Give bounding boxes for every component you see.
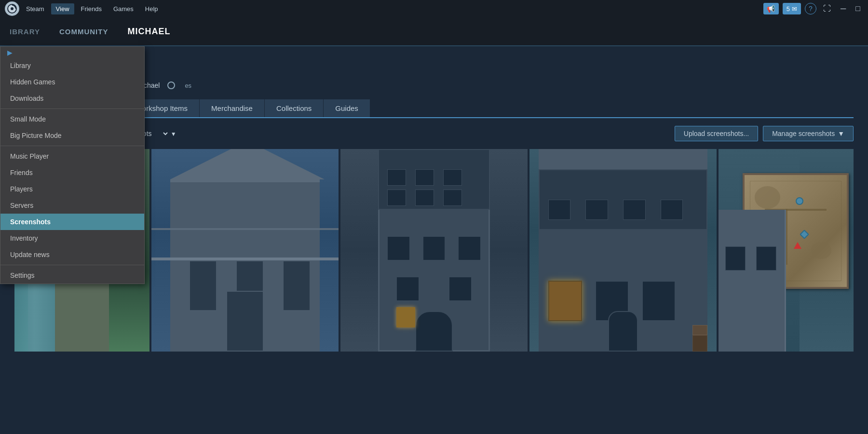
dropdown-item-inventory[interactable]: Inventory [0, 230, 144, 246]
nav-tab-community[interactable]: COMMUNITY [50, 17, 118, 46]
dropdown-header: ▶ [0, 47, 144, 57]
dropdown-item-players[interactable]: Players [0, 181, 144, 197]
view-dropdown-menu: ▶ Library Hidden Games Downloads Small M… [0, 46, 145, 284]
dropdown-item-library[interactable]: Library [0, 57, 144, 74]
dropdown-item-big-picture[interactable]: Big Picture Mode [0, 127, 144, 144]
minimize-button[interactable]: ─ [838, 4, 849, 13]
menu-steam[interactable]: Steam [21, 3, 49, 14]
nav-tab-username[interactable]: MICHAEL [118, 17, 180, 46]
dropdown-divider-2 [0, 146, 144, 146]
dropdown-item-music-player[interactable]: Music Player [0, 148, 144, 164]
tab-guides[interactable]: Guides [324, 99, 370, 117]
manage-screenshots-button[interactable]: Manage screenshots ▼ [763, 126, 854, 141]
tab-collections[interactable]: Collections [265, 99, 324, 117]
svg-point-1 [11, 7, 14, 10]
screenshot-item-3[interactable] [340, 149, 528, 352]
message-count: 5 [787, 5, 790, 13]
menu-view[interactable]: View [51, 3, 74, 14]
title-bar: Steam View Friends Games Help 📢 5 ✉ ? ⛶ … [0, 0, 868, 17]
dropdown-arrow-icon: ▶ [7, 49, 13, 56]
dropdown-item-downloads[interactable]: Downloads [0, 90, 144, 107]
main-content: » Screenshots Select a game ▼ Show: By m… [0, 46, 868, 434]
tab-merchandise[interactable]: Merchandise [200, 99, 265, 117]
manage-screenshots-label: Manage screenshots [772, 130, 835, 137]
messages-button[interactable]: 5 ✉ [783, 3, 801, 14]
dropdown-item-small-mode[interactable]: Small Mode [0, 111, 144, 127]
radio-all-icon [167, 81, 175, 89]
dropdown-divider-3 [0, 265, 144, 265]
show-all[interactable] [167, 81, 175, 89]
title-bar-left: Steam View Friends Games Help [5, 1, 163, 16]
dropdown-item-servers[interactable]: Servers [0, 197, 144, 214]
show-extra-text: es [185, 82, 191, 89]
dropdown-item-hidden-games[interactable]: Hidden Games [0, 74, 144, 90]
nav-bar: IBRARY COMMUNITY MICHAEL [0, 17, 868, 46]
dropdown-divider-1 [0, 108, 144, 109]
menu-friends[interactable]: Friends [76, 3, 107, 14]
screenshot-item-5[interactable] [719, 149, 854, 352]
maximize-button[interactable]: □ [853, 4, 863, 13]
fullscreen-button[interactable]: ⛶ [820, 4, 834, 13]
envelope-icon: ✉ [792, 5, 797, 13]
dropdown-item-settings[interactable]: Settings [0, 267, 144, 284]
menu-games[interactable]: Games [108, 3, 138, 14]
broadcast-button[interactable]: 📢 [763, 3, 779, 14]
upload-screenshots-button[interactable]: Upload screenshots... [675, 126, 758, 141]
screenshot-item-4[interactable] [529, 149, 717, 352]
manage-dropdown-icon: ▼ [838, 130, 844, 137]
library-tab-partial[interactable]: IBRARY [10, 27, 40, 36]
dropdown-item-screenshots[interactable]: Screenshots [0, 214, 144, 230]
filter-arrow-icon: ▼ [171, 131, 176, 137]
dropdown-item-update-news[interactable]: Update news [0, 246, 144, 263]
menu-help[interactable]: Help [140, 3, 163, 14]
help-button[interactable]: ? [805, 3, 816, 14]
action-bar-right: Upload screenshots... Manage screenshots… [675, 126, 854, 141]
steam-logo [5, 1, 19, 16]
dropdown-item-friends[interactable]: Friends [0, 164, 144, 181]
title-bar-right: 📢 5 ✉ ? ⛶ ─ □ [763, 3, 863, 14]
screenshot-item-2[interactable] [151, 149, 339, 352]
